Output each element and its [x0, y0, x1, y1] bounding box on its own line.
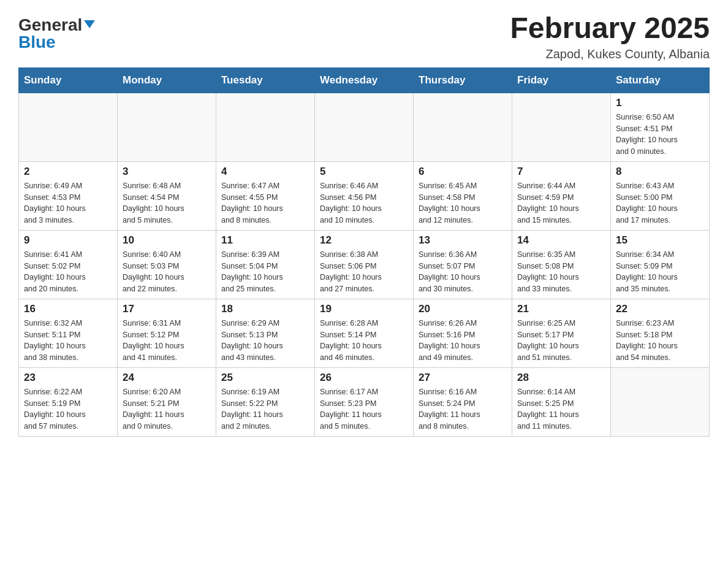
- day-number: 17: [123, 303, 211, 315]
- weekday-header-monday: Monday: [118, 67, 216, 93]
- calendar-cell: 19Sunrise: 6:28 AM Sunset: 5:14 PM Dayli…: [315, 299, 414, 367]
- day-number: 15: [616, 234, 704, 247]
- calendar-week-row: 16Sunrise: 6:32 AM Sunset: 5:11 PM Dayli…: [19, 299, 710, 367]
- day-info: Sunrise: 6:48 AM Sunset: 4:54 PM Dayligh…: [123, 180, 211, 226]
- weekday-header-friday: Friday: [512, 67, 611, 93]
- day-number: 9: [24, 234, 112, 247]
- day-info: Sunrise: 6:19 AM Sunset: 5:22 PM Dayligh…: [221, 386, 309, 432]
- calendar-cell: 18Sunrise: 6:29 AM Sunset: 5:13 PM Dayli…: [216, 299, 315, 367]
- day-info: Sunrise: 6:28 AM Sunset: 5:14 PM Dayligh…: [320, 318, 408, 364]
- day-info: Sunrise: 6:23 AM Sunset: 5:18 PM Dayligh…: [616, 318, 704, 364]
- calendar-cell: 13Sunrise: 6:36 AM Sunset: 5:07 PM Dayli…: [414, 230, 512, 299]
- day-number: 3: [123, 166, 211, 178]
- day-info: Sunrise: 6:16 AM Sunset: 5:24 PM Dayligh…: [419, 386, 507, 432]
- day-number: 6: [419, 166, 507, 178]
- calendar-cell: [512, 93, 611, 161]
- location-label: Zapod, Kukes County, Albania: [510, 47, 710, 61]
- calendar-week-row: 23Sunrise: 6:22 AM Sunset: 5:19 PM Dayli…: [19, 367, 710, 436]
- day-info: Sunrise: 6:44 AM Sunset: 4:59 PM Dayligh…: [517, 180, 605, 226]
- logo-general-label: General: [18, 15, 82, 34]
- day-info: Sunrise: 6:40 AM Sunset: 5:03 PM Dayligh…: [123, 249, 211, 295]
- day-info: Sunrise: 6:47 AM Sunset: 4:55 PM Dayligh…: [221, 180, 309, 226]
- weekday-header-thursday: Thursday: [414, 67, 512, 93]
- day-number: 20: [419, 303, 507, 315]
- logo: General Blue: [18, 12, 95, 51]
- calendar-cell: 12Sunrise: 6:38 AM Sunset: 5:06 PM Dayli…: [315, 230, 414, 299]
- day-info: Sunrise: 6:38 AM Sunset: 5:06 PM Dayligh…: [320, 249, 408, 295]
- day-info: Sunrise: 6:25 AM Sunset: 5:17 PM Dayligh…: [517, 318, 605, 364]
- calendar-cell: [118, 93, 216, 161]
- day-info: Sunrise: 6:14 AM Sunset: 5:25 PM Dayligh…: [517, 386, 605, 432]
- day-number: 14: [517, 234, 605, 247]
- weekday-header-saturday: Saturday: [611, 67, 710, 93]
- calendar-cell: 22Sunrise: 6:23 AM Sunset: 5:18 PM Dayli…: [611, 299, 710, 367]
- day-number: 8: [616, 166, 704, 178]
- day-info: Sunrise: 6:17 AM Sunset: 5:23 PM Dayligh…: [320, 386, 408, 432]
- calendar-cell: [216, 93, 315, 161]
- calendar-cell: 26Sunrise: 6:17 AM Sunset: 5:23 PM Dayli…: [315, 367, 414, 436]
- calendar-cell: [19, 93, 118, 161]
- day-info: Sunrise: 6:39 AM Sunset: 5:04 PM Dayligh…: [221, 249, 309, 295]
- page-header: General Blue February 2025 Zapod, Kukes …: [18, 12, 710, 61]
- day-number: 28: [517, 372, 605, 384]
- day-number: 22: [616, 303, 704, 315]
- calendar-cell: 3Sunrise: 6:48 AM Sunset: 4:54 PM Daylig…: [118, 161, 216, 230]
- calendar-cell: 11Sunrise: 6:39 AM Sunset: 5:04 PM Dayli…: [216, 230, 315, 299]
- logo-triangle-icon: [84, 20, 95, 28]
- day-number: 19: [320, 303, 408, 315]
- day-info: Sunrise: 6:50 AM Sunset: 4:51 PM Dayligh…: [616, 112, 704, 158]
- day-info: Sunrise: 6:49 AM Sunset: 4:53 PM Dayligh…: [24, 180, 112, 226]
- calendar-cell: 6Sunrise: 6:45 AM Sunset: 4:58 PM Daylig…: [414, 161, 512, 230]
- day-number: 2: [24, 166, 112, 178]
- day-number: 18: [221, 303, 309, 315]
- day-number: 13: [419, 234, 507, 247]
- day-info: Sunrise: 6:41 AM Sunset: 5:02 PM Dayligh…: [24, 249, 112, 295]
- calendar-cell: 1Sunrise: 6:50 AM Sunset: 4:51 PM Daylig…: [611, 93, 710, 161]
- calendar-week-row: 2Sunrise: 6:49 AM Sunset: 4:53 PM Daylig…: [19, 161, 710, 230]
- calendar-cell: 20Sunrise: 6:26 AM Sunset: 5:16 PM Dayli…: [414, 299, 512, 367]
- calendar-cell: 17Sunrise: 6:31 AM Sunset: 5:12 PM Dayli…: [118, 299, 216, 367]
- calendar-table: SundayMondayTuesdayWednesdayThursdayFrid…: [18, 67, 710, 437]
- month-title: February 2025: [510, 12, 710, 45]
- calendar-cell: 25Sunrise: 6:19 AM Sunset: 5:22 PM Dayli…: [216, 367, 315, 436]
- day-number: 23: [24, 372, 112, 384]
- calendar-week-row: 9Sunrise: 6:41 AM Sunset: 5:02 PM Daylig…: [19, 230, 710, 299]
- day-number: 21: [517, 303, 605, 315]
- calendar-cell: 16Sunrise: 6:32 AM Sunset: 5:11 PM Dayli…: [19, 299, 118, 367]
- day-number: 24: [123, 372, 211, 384]
- day-info: Sunrise: 6:36 AM Sunset: 5:07 PM Dayligh…: [419, 249, 507, 295]
- day-info: Sunrise: 6:46 AM Sunset: 4:56 PM Dayligh…: [320, 180, 408, 226]
- day-number: 7: [517, 166, 605, 178]
- day-number: 10: [123, 234, 211, 247]
- calendar-cell: 4Sunrise: 6:47 AM Sunset: 4:55 PM Daylig…: [216, 161, 315, 230]
- day-info: Sunrise: 6:32 AM Sunset: 5:11 PM Dayligh…: [24, 318, 112, 364]
- calendar-cell: 8Sunrise: 6:43 AM Sunset: 5:00 PM Daylig…: [611, 161, 710, 230]
- day-info: Sunrise: 6:35 AM Sunset: 5:08 PM Dayligh…: [517, 249, 605, 295]
- day-number: 16: [24, 303, 112, 315]
- calendar-cell: 10Sunrise: 6:40 AM Sunset: 5:03 PM Dayli…: [118, 230, 216, 299]
- calendar-cell: 9Sunrise: 6:41 AM Sunset: 5:02 PM Daylig…: [19, 230, 118, 299]
- calendar-cell: 2Sunrise: 6:49 AM Sunset: 4:53 PM Daylig…: [19, 161, 118, 230]
- day-info: Sunrise: 6:20 AM Sunset: 5:21 PM Dayligh…: [123, 386, 211, 432]
- weekday-header-row: SundayMondayTuesdayWednesdayThursdayFrid…: [19, 67, 710, 93]
- day-number: 27: [419, 372, 507, 384]
- calendar-cell: 7Sunrise: 6:44 AM Sunset: 4:59 PM Daylig…: [512, 161, 611, 230]
- day-number: 11: [221, 234, 309, 247]
- day-number: 4: [221, 166, 309, 178]
- weekday-header-sunday: Sunday: [19, 67, 118, 93]
- calendar-cell: [315, 93, 414, 161]
- day-info: Sunrise: 6:34 AM Sunset: 5:09 PM Dayligh…: [616, 249, 704, 295]
- day-info: Sunrise: 6:29 AM Sunset: 5:13 PM Dayligh…: [221, 318, 309, 364]
- day-number: 25: [221, 372, 309, 384]
- calendar-cell: 27Sunrise: 6:16 AM Sunset: 5:24 PM Dayli…: [414, 367, 512, 436]
- calendar-week-row: 1Sunrise: 6:50 AM Sunset: 4:51 PM Daylig…: [19, 93, 710, 161]
- day-number: 12: [320, 234, 408, 247]
- day-info: Sunrise: 6:45 AM Sunset: 4:58 PM Dayligh…: [419, 180, 507, 226]
- calendar-cell: 5Sunrise: 6:46 AM Sunset: 4:56 PM Daylig…: [315, 161, 414, 230]
- calendar-cell: 24Sunrise: 6:20 AM Sunset: 5:21 PM Dayli…: [118, 367, 216, 436]
- day-number: 1: [616, 97, 704, 109]
- calendar-cell: 15Sunrise: 6:34 AM Sunset: 5:09 PM Dayli…: [611, 230, 710, 299]
- weekday-header-tuesday: Tuesday: [216, 67, 315, 93]
- calendar-cell: 14Sunrise: 6:35 AM Sunset: 5:08 PM Dayli…: [512, 230, 611, 299]
- calendar-cell: 23Sunrise: 6:22 AM Sunset: 5:19 PM Dayli…: [19, 367, 118, 436]
